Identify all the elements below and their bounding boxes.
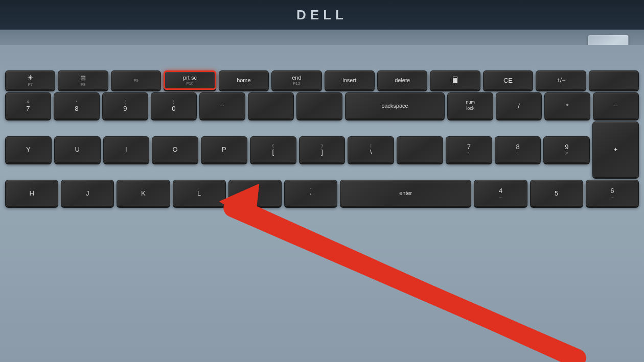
- key-plus-minus[interactable]: +/−: [536, 70, 586, 90]
- key-num-lock[interactable]: numlock: [447, 92, 493, 119]
- key-num-6[interactable]: 6 →: [586, 180, 639, 206]
- key-delete[interactable]: delete: [377, 70, 427, 90]
- key-end[interactable]: end F12: [271, 70, 321, 90]
- keyboard: ☀ F7 ⊞ F8 F9 prt sc: [5, 70, 639, 347]
- key-num-8[interactable]: 8 ↑: [495, 136, 541, 163]
- key-num-7[interactable]: 7 ↖: [446, 136, 492, 163]
- hinge-area: [0, 30, 644, 45]
- key-f9[interactable]: F9: [111, 70, 161, 90]
- key-p[interactable]: P: [201, 136, 247, 163]
- key-calculator[interactable]: 🖩: [430, 70, 480, 90]
- key-blank-3[interactable]: [397, 136, 443, 163]
- key-7[interactable]: & 7: [5, 92, 51, 119]
- key-num-5[interactable]: 5: [530, 180, 583, 206]
- key-backspace[interactable]: backspace: [345, 92, 445, 119]
- key-extra-fn[interactable]: [589, 70, 639, 90]
- key-h[interactable]: H: [5, 180, 58, 206]
- key-o[interactable]: O: [152, 136, 198, 163]
- key-blank-1[interactable]: [248, 92, 294, 119]
- key-insert[interactable]: insert: [325, 70, 375, 90]
- key-home[interactable]: home: [219, 70, 269, 90]
- key-l[interactable]: L: [173, 180, 226, 206]
- laptop-body: DELL ☀ F7 ⊞ F8: [0, 0, 644, 362]
- dell-logo: DELL: [296, 7, 348, 23]
- key-backslash[interactable]: | \: [348, 136, 394, 163]
- key-num-4[interactable]: 4 ←: [474, 180, 527, 206]
- key-j[interactable]: J: [61, 180, 114, 206]
- key-ce[interactable]: CE: [483, 70, 533, 90]
- key-num-subtract[interactable]: −: [593, 92, 639, 119]
- key-print-screen[interactable]: prt sc F10: [164, 70, 216, 90]
- key-9[interactable]: ( 9: [102, 92, 148, 119]
- key-8[interactable]: * 8: [54, 92, 100, 119]
- key-u[interactable]: U: [54, 136, 101, 163]
- function-key-row: ☀ F7 ⊞ F8 F9 prt sc: [5, 70, 639, 90]
- key-num-multiply[interactable]: *: [544, 92, 590, 119]
- key-num-9[interactable]: 9 ↗: [543, 136, 590, 163]
- hjkl-key-row: H J K L : ; " ' enter: [5, 180, 639, 206]
- key-k[interactable]: K: [117, 180, 170, 206]
- key-semicolon[interactable]: : ;: [228, 180, 282, 206]
- top-bar: DELL: [0, 0, 644, 30]
- key-num-plus[interactable]: +: [592, 122, 639, 177]
- key-hyphen[interactable]: −: [199, 92, 245, 119]
- number-key-row: & 7 * 8 ( 9: [5, 92, 639, 119]
- key-num-divide[interactable]: /: [496, 92, 542, 119]
- yuiop-key-row: Y U I O P { [ } ]: [5, 122, 639, 177]
- key-quote[interactable]: " ': [284, 180, 337, 206]
- key-0[interactable]: ) 0: [151, 92, 197, 119]
- key-left-bracket[interactable]: { [: [250, 136, 296, 163]
- keyboard-surface: ☀ F7 ⊞ F8 F9 prt sc: [0, 45, 644, 362]
- dell-text: DELL: [296, 7, 348, 22]
- key-blank-2[interactable]: [296, 92, 342, 119]
- key-i[interactable]: I: [103, 136, 150, 163]
- key-right-bracket[interactable]: } ]: [299, 136, 346, 163]
- key-f7[interactable]: ☀ F7: [5, 70, 55, 90]
- key-enter[interactable]: enter: [340, 180, 471, 206]
- key-f8[interactable]: ⊞ F8: [58, 70, 108, 90]
- key-y[interactable]: Y: [5, 136, 52, 163]
